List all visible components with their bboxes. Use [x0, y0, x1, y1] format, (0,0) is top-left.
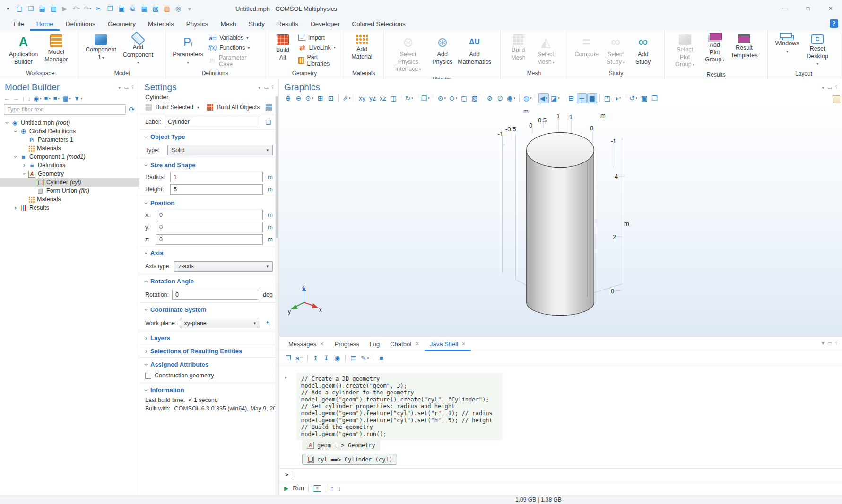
rotation-input[interactable]: [172, 290, 258, 300]
float-panel-icon[interactable]: ▭: [124, 85, 128, 90]
section-size-shape[interactable]: Size and Shape: [139, 158, 278, 171]
view-xy-icon[interactable]: xy: [357, 93, 367, 103]
ribbon-tab[interactable]: Colored Selections: [346, 17, 411, 31]
wrap-lines-icon[interactable]: ≣: [348, 353, 358, 363]
select-box-icon[interactable]: ▢: [459, 93, 469, 103]
ribbon-tab[interactable]: Definitions: [60, 17, 102, 31]
variables-button[interactable]: Variables: [208, 34, 259, 42]
shell-result-chip[interactable]: geom ==> Geometry: [302, 440, 380, 451]
section-axis[interactable]: Axis: [139, 246, 278, 259]
add-physics-button[interactable]: Add Physics: [429, 34, 456, 74]
save-as-icon[interactable]: ▥: [48, 3, 59, 14]
shell-result-chip[interactable]: cyl ==> Cylinder (cyl): [302, 454, 397, 465]
result-templates-button[interactable]: Result Templates: [729, 34, 760, 69]
snapshot-icon[interactable]: ▣: [639, 93, 649, 103]
fit-window-icon[interactable]: ⊡: [326, 93, 336, 103]
console-settings-icon[interactable]: ≡: [313, 485, 321, 492]
ribbon-tab[interactable]: Home: [30, 17, 60, 31]
tree-expander-icon[interactable]: [12, 128, 19, 135]
code-fold-icon[interactable]: [284, 375, 287, 381]
section-position[interactable]: Position: [139, 196, 278, 209]
delete-icon[interactable]: ▦: [139, 3, 149, 14]
collapse-panel-icon[interactable]: ▾: [822, 85, 824, 90]
position-input[interactable]: [156, 222, 263, 232]
collapsed-section-header[interactable]: Selections of Resulting Entities: [139, 344, 278, 357]
back-icon[interactable]: ←: [4, 95, 10, 102]
graphics-canvas[interactable]: m-1-0.500.511m0-14m20 z y x: [279, 105, 842, 336]
help-icon[interactable]: ?: [830, 19, 838, 28]
application-builder-button[interactable]: Application Builder: [6, 34, 41, 68]
rename-icon[interactable]: ❏: [263, 117, 273, 127]
add-study-button[interactable]: Add Study: [629, 34, 657, 68]
axis-type-select[interactable]: z-axis: [174, 261, 273, 272]
console-tab[interactable]: Log ✕: [365, 337, 385, 351]
tree-item[interactable]: Results: [0, 204, 139, 212]
stop-icon[interactable]: ■: [376, 353, 386, 363]
node-grouping-icon[interactable]: ▤: [62, 95, 71, 102]
collapse-panel-icon[interactable]: ▾: [118, 85, 121, 90]
color-labels-icon[interactable]: ◳: [602, 93, 612, 103]
functions-button[interactable]: Functions: [208, 44, 259, 51]
paste-icon[interactable]: ▣: [116, 3, 127, 14]
previous-command-icon[interactable]: ↑: [330, 485, 334, 492]
wireframe-icon[interactable]: ◍: [522, 93, 533, 103]
tree-expander-icon[interactable]: [12, 154, 19, 160]
ribbon-tab[interactable]: Geometry: [102, 17, 142, 31]
next-command-icon[interactable]: ↓: [338, 485, 341, 492]
pin-panel-icon[interactable]: ⫯: [835, 341, 837, 346]
tree-expander-icon[interactable]: [4, 120, 10, 126]
redo-icon[interactable]: ↷: [82, 3, 93, 14]
duplicate-icon[interactable]: ⧉: [128, 3, 138, 14]
tree-item[interactable]: Untitled.mph (root): [0, 119, 139, 127]
size-input[interactable]: [170, 172, 263, 182]
float-panel-icon[interactable]: ▭: [264, 85, 268, 90]
section-assigned-attributes[interactable]: Assigned Attributes: [139, 358, 278, 370]
select-physics-interface-button[interactable]: Select Physics Interface: [388, 34, 429, 74]
collapsed-section-header[interactable]: Layers: [139, 331, 278, 344]
animation-icon[interactable]: ⊜: [448, 93, 459, 103]
clear-shell-icon[interactable]: ✎: [359, 353, 370, 363]
view-yz-icon[interactable]: yz: [368, 93, 378, 103]
view-orientation-icon[interactable]: ⇗: [341, 93, 352, 103]
visibility-icon[interactable]: ◉: [505, 93, 517, 103]
component-1-button[interactable]: Component 1: [83, 34, 119, 68]
section-object-type[interactable]: Object Type: [139, 130, 278, 143]
collapse-all-icon[interactable]: ≡: [44, 95, 51, 102]
position-input[interactable]: [156, 210, 263, 220]
scene-copy-icon[interactable]: ❐: [420, 93, 431, 103]
part-libraries-button[interactable]: Part Libraries: [298, 54, 338, 67]
tree-item[interactable]: Materials: [0, 144, 139, 153]
ribbon-tab[interactable]: Physics: [180, 17, 215, 31]
select-box-icon[interactable]: ▧: [150, 3, 161, 14]
projection-icon[interactable]: ◫: [389, 93, 399, 103]
tree-item[interactable]: Component 1 (mod1): [0, 153, 139, 161]
move-up-icon[interactable]: ↑: [22, 95, 25, 102]
image-export-icon[interactable]: ⊛: [436, 93, 447, 103]
work-plane-select[interactable]: xy-plane: [180, 318, 260, 328]
rotate-view-icon[interactable]: ↻: [404, 93, 415, 103]
tree-expander-icon[interactable]: [21, 162, 27, 169]
forward-icon[interactable]: →: [13, 95, 19, 102]
add-mathematics-button[interactable]: Add Mathematics: [456, 34, 493, 74]
build-selected-button[interactable]: Build Selected: [156, 104, 193, 111]
tree-item[interactable]: Cylinder (cyl): [0, 178, 139, 187]
console-tab[interactable]: Java Shell ✕: [425, 337, 471, 351]
tree-filter-input[interactable]: [4, 104, 126, 115]
console-tab[interactable]: Chatbot ✕: [385, 337, 425, 351]
customize-icon[interactable]: ▾: [184, 3, 195, 14]
label-input[interactable]: [165, 117, 260, 127]
scroll-up-icon[interactable]: ↥: [311, 353, 321, 363]
model-manager-button[interactable]: Model Manager: [41, 34, 71, 68]
tree-expander-icon[interactable]: [12, 205, 19, 211]
section-information[interactable]: Information: [139, 383, 278, 396]
deselect-box-icon[interactable]: ▧: [469, 93, 479, 103]
play-icon[interactable]: ▶: [60, 3, 70, 14]
section-coordinate-system[interactable]: Coordinate System: [139, 303, 278, 316]
show-axes-icon[interactable]: ┼: [577, 93, 587, 103]
new-file-icon[interactable]: ▢: [14, 3, 25, 14]
construction-geometry-checkbox[interactable]: [145, 373, 151, 379]
cut-icon[interactable]: ✂: [94, 3, 104, 14]
save-icon[interactable]: ▤: [37, 3, 47, 14]
tree-item[interactable]: Definitions: [0, 161, 139, 170]
scroll-down-icon[interactable]: ↧: [321, 353, 331, 363]
